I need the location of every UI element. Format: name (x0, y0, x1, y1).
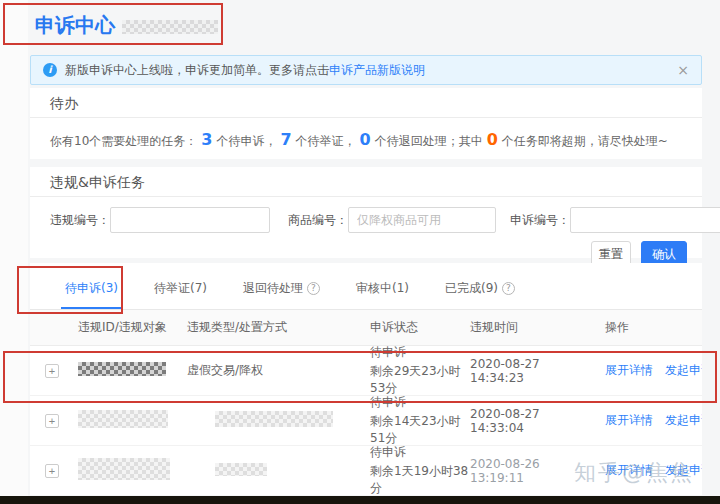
violation-no-input[interactable] (110, 207, 270, 233)
tab-pending-evidence[interactable]: 待举证(7) (154, 280, 207, 309)
censored-violation-id (78, 362, 166, 376)
appeal-remaining-time: 剩余29天23小时53分 (370, 363, 470, 397)
col-header-violation-time: 违规时间 (470, 319, 595, 336)
start-appeal-link[interactable]: 发起申诉 (665, 413, 702, 427)
censored-greeting (122, 20, 218, 34)
censored-violation-type (215, 463, 267, 476)
left-margin-strip (0, 0, 28, 496)
appeal-status: 待申诉 (370, 344, 470, 361)
expand-detail-link[interactable]: 展开详情 (605, 413, 653, 427)
censored-violation-type (215, 411, 333, 427)
violation-time: 2020-08-27 14:33:04 (470, 407, 595, 435)
pending-return-label: 个待退回处理；其中 (375, 134, 483, 148)
tab-returned-label: 退回待处理 (243, 281, 303, 295)
expand-row-icon[interactable]: + (45, 464, 59, 478)
close-icon[interactable]: × (677, 62, 689, 78)
appeal-status: 待申诉 (370, 444, 470, 461)
pending-evidence-count: 7 (280, 130, 291, 149)
table-row: + 虚假交易/降权 待申诉 剩余29天23小时53分 2020-08-27 14… (30, 346, 702, 396)
info-icon: i (43, 63, 57, 77)
violation-time: 2020-08-27 14:34:23 (470, 357, 595, 385)
tab-completed[interactable]: 已完成(9)? (445, 280, 515, 309)
pending-appeal-count: 3 (201, 130, 212, 149)
help-icon[interactable]: ? (307, 282, 320, 295)
start-appeal-link[interactable]: 发起申诉 (665, 363, 702, 377)
tab-in-review[interactable]: 审核中(1) (356, 280, 409, 309)
pending-appeal-label: 个待申诉， (216, 134, 276, 148)
appeal-no-label: 申诉编号： (510, 212, 570, 229)
tab-bar: 待申诉(3) 待举证(7) 退回待处理? 审核中(1) 已完成(9)? (30, 263, 702, 310)
bottom-black-bar (0, 496, 720, 504)
tab-pending-appeal[interactable]: 待申诉(3) (65, 280, 118, 309)
appeal-status: 待申诉 (370, 394, 470, 411)
violation-time: 2020-08-26 13:19:11 (470, 457, 595, 485)
expiring-label: 个任务即将超期，请尽快处理~ (502, 134, 668, 148)
item-no-input[interactable] (348, 207, 496, 233)
expand-row-icon[interactable]: + (45, 364, 59, 378)
start-appeal-link[interactable]: 发起申诉 (665, 463, 702, 477)
filter-actions: 重置 确认 (30, 233, 702, 267)
filter-card: 违规&申诉任务 违规编号： 商品编号： 申诉编号： 重置 确认 (30, 167, 702, 258)
table-row: + 待申诉 剩余1天19小时38分 2020-08-26 13:19:11 展开… (30, 446, 702, 495)
pending-evidence-label: 个待举证， (296, 134, 356, 148)
appeal-remaining-time: 剩余1天19小时38分 (370, 463, 470, 495)
tab-completed-label: 已完成(9) (445, 281, 498, 295)
expand-detail-link[interactable]: 展开详情 (605, 363, 653, 377)
help-icon[interactable]: ? (502, 282, 515, 295)
appeal-remaining-time: 剩余14天23小时51分 (370, 413, 470, 447)
todo-intro: 你有10个需要处理的任务： (50, 134, 197, 148)
filter-form: 违规编号： 商品编号： 申诉编号： (30, 197, 702, 233)
violation-no-label: 违规编号： (50, 212, 110, 229)
table-row: + 待申诉 剩余14天23小时51分 2020-08-27 14:33:04 展… (30, 396, 702, 446)
table-header-row: 违规ID/违规对象 违规类型/处置方式 申诉状态 违规时间 操作 (30, 310, 702, 346)
filter-title: 违规&申诉任务 (30, 167, 702, 197)
pending-return-count: 0 (360, 130, 371, 149)
todo-title: 待办 (30, 88, 702, 118)
appeal-no-input[interactable] (570, 207, 720, 233)
col-header-violation-id: 违规ID/违规对象 (78, 319, 187, 336)
page-title: 申诉中心 (35, 12, 115, 39)
notice-text: 新版申诉中心上线啦，申诉更加简单。更多请点击 (65, 62, 329, 79)
expand-row-icon[interactable]: + (45, 414, 59, 428)
violation-type: 虚假交易/降权 (187, 362, 370, 379)
expiring-count: 0 (487, 130, 498, 149)
censored-violation-id (78, 410, 168, 428)
notice-link[interactable]: 申诉产品新版说明 (329, 62, 425, 79)
col-header-appeal-status: 申诉状态 (370, 319, 470, 336)
col-header-actions: 操作 (595, 319, 702, 336)
expand-detail-link[interactable]: 展开详情 (605, 463, 653, 477)
censored-violation-id (78, 458, 170, 480)
task-list-card: 待申诉(3) 待举证(7) 退回待处理? 审核中(1) 已完成(9)? 违规ID… (30, 263, 702, 495)
col-header-violation-type: 违规类型/处置方式 (187, 319, 370, 336)
tab-returned[interactable]: 退回待处理? (243, 280, 320, 309)
notice-banner: i 新版申诉中心上线啦，申诉更加简单。更多请点击 申诉产品新版说明 × (30, 55, 702, 85)
item-no-label: 商品编号： (288, 212, 348, 229)
todo-summary: 你有10个需要处理的任务：3个待申诉，7个待举证，0个待退回处理；其中0个任务即… (30, 118, 702, 162)
todo-card: 待办 你有10个需要处理的任务：3个待申诉，7个待举证，0个待退回处理；其中0个… (30, 88, 702, 159)
